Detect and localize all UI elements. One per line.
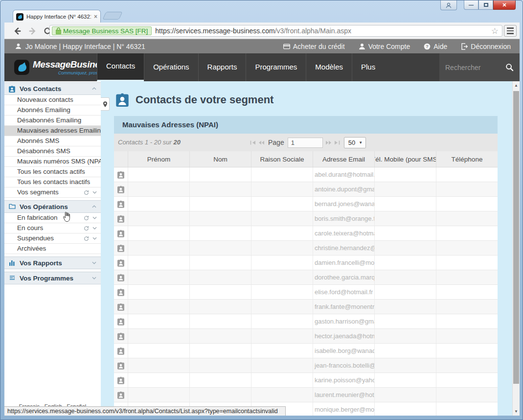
new-tab-button[interactable] [102, 12, 122, 20]
scroll-up-button[interactable]: ▲ [513, 81, 520, 90]
address-bar[interactable]: Message Business SAS [FR] https://servic… [49, 25, 502, 37]
nav-item-operations[interactable]: Opérations [144, 53, 198, 81]
sidebar-item-mauvais-numeros-sms[interactable]: Mauvais numéros SMS (NPAI) [4, 157, 101, 167]
sidebar-item-vos-segments[interactable]: Vos segments [4, 187, 101, 198]
table-row[interactable]: abel.durant@hotmail.c [114, 167, 498, 182]
contact-badge-icon [114, 358, 128, 373]
sidebar-item-archivees[interactable]: Archivées [4, 244, 101, 254]
nav-item-programmes[interactable]: Programmes [246, 53, 306, 81]
sidebar-item-abonnes-sms[interactable]: Abonnés SMS [4, 136, 101, 146]
cell-telephone [436, 373, 498, 387]
cell-prenom [128, 226, 189, 240]
nav-item-modeles[interactable]: Modèles [306, 53, 352, 81]
table-row[interactable]: hector.jaenada@hotma [114, 329, 498, 344]
next-page-icon[interactable] [325, 140, 332, 145]
sidebar-item-tous-contacts-actifs[interactable]: Tous les contacts actifs [4, 167, 101, 177]
chevron-down-icon[interactable] [92, 237, 97, 240]
cell-adresse-email: bernard.jones@wanad [313, 197, 374, 211]
cell-nom [189, 270, 251, 284]
table-row[interactable]: gaston.harrison@gmai [114, 314, 498, 329]
column-header[interactable]: Nom [189, 151, 251, 167]
table-row[interactable]: bernard.jones@wanad [114, 197, 498, 211]
table-row[interactable]: laurent.meunier@hotm [114, 388, 498, 402]
last-page-icon[interactable] [334, 140, 340, 145]
search-input[interactable] [445, 64, 505, 71]
sidebar-section-vos-rapports[interactable]: Vos Rapports [4, 257, 101, 269]
cell-nom [189, 241, 251, 255]
tab-close-icon[interactable]: × [94, 13, 97, 20]
vertical-scrollbar[interactable]: ▲ ▼ [512, 81, 520, 416]
table-row[interactable]: frank.fante@monentrep [114, 300, 498, 314]
sidebar-item-tous-contacts-inactifs[interactable]: Tous les contacts inactifs [4, 177, 101, 187]
column-header[interactable]: Prénom [128, 151, 189, 167]
cell-nom [189, 300, 251, 314]
first-page-icon[interactable] [250, 140, 256, 145]
column-header[interactable]: Raison Sociale [251, 151, 313, 167]
cell-raison-sociale [251, 182, 313, 196]
table-row[interactable]: antoine.dupont@gmail [114, 182, 498, 197]
table-row[interactable]: jean-francois.botelli@c [114, 358, 498, 373]
table-row[interactable]: isabelle.borg@wanado [114, 344, 498, 358]
window-close-button[interactable]: ✕ [493, 0, 516, 10]
sidebar-item-en-cours[interactable]: En cours [4, 223, 101, 233]
sidebar-section-vos-contacts[interactable]: Vos Contacts [4, 82, 101, 95]
ev-certificate-badge[interactable]: Message Business SAS [FR] [52, 26, 152, 35]
table-row[interactable]: damien.francelli@mon [114, 256, 498, 270]
browser-tab[interactable]: Happy Interface (N° 46321 × [13, 10, 101, 23]
contact-badge-icon [114, 329, 128, 343]
table-row[interactable]: elise.ford@hotmail.fr [114, 285, 498, 300]
scroll-down-button[interactable]: ▼ [513, 407, 520, 416]
nav-item-contacts[interactable]: Contacts [97, 53, 144, 81]
forward-button[interactable] [26, 25, 38, 37]
cell-prenom [128, 285, 189, 299]
brand-logo[interactable]: MessageBusiness Communiquez, prospérez. [4, 53, 97, 81]
nav-item-rapports[interactable]: Rapports [198, 53, 246, 81]
window-maximize-button[interactable] [478, 0, 493, 10]
sidebar-item-abonnes-emailing[interactable]: Abonnés Emailing [4, 105, 101, 116]
chevron-down-icon [92, 277, 96, 280]
scrollbar-thumb[interactable] [513, 91, 519, 384]
sidebar-item-mauvaises-adresses-emailing[interactable]: Mauvaises adresses Emailing [4, 126, 101, 136]
sidebar-item-desabonnes-sms[interactable]: Désabonnés SMS [4, 146, 101, 157]
page-size-select[interactable]: 50 ▼ [344, 137, 366, 148]
help-link[interactable]: ? Aide [424, 43, 447, 50]
column-header[interactable]: Téléphone [436, 151, 498, 167]
sidebar-section-vos-programmes[interactable]: Vos Programmes [4, 272, 101, 284]
browser-profile-button[interactable] [440, 0, 457, 10]
cell-adresse-email: laurent.meunier@hotm [313, 388, 374, 402]
previous-page-icon[interactable] [258, 140, 265, 145]
refresh-icon[interactable] [84, 215, 89, 221]
logout-link[interactable]: Déconnexion [461, 43, 511, 50]
table-row[interactable]: boris.smith@orange.fr [114, 211, 498, 226]
chevron-down-icon[interactable] [92, 216, 97, 219]
column-header[interactable]: Adresse Email [313, 151, 374, 167]
refresh-icon[interactable] [84, 190, 89, 195]
sidebar-item-nouveaux-contacts[interactable]: Nouveaux contacts [4, 95, 101, 105]
chevron-down-icon[interactable] [92, 191, 97, 194]
cell-nom [189, 182, 251, 196]
chevron-down-icon[interactable] [92, 227, 97, 230]
sidebar-item-en-fabrication[interactable]: En fabrication [4, 213, 101, 223]
table-row[interactable]: dorothee.garcia.marqu [114, 270, 498, 285]
bookmark-star-icon[interactable]: ☆ [490, 26, 500, 36]
folder-icon [9, 204, 16, 210]
your-account-link[interactable]: Votre Compte [359, 43, 410, 50]
table-row[interactable]: karine.poisson@yahoo [114, 373, 498, 388]
sidebar-section-vos-operations[interactable]: Vos Opérations [4, 200, 101, 213]
back-button[interactable] [11, 25, 23, 37]
nav-item-plus[interactable]: Plus [352, 53, 384, 81]
sidebar-item-desabonnes-emailing[interactable]: Désabonnés Emailing [4, 116, 101, 126]
column-header[interactable]: Tél. Mobile (pour SMS) [374, 151, 436, 167]
sidebar-item-suspendues[interactable]: Suspendues [4, 233, 101, 244]
help-icon: ? [424, 43, 431, 50]
buy-credit-link[interactable]: Acheter du crédit [283, 43, 345, 50]
table-row[interactable]: christine.hernandez@y [114, 241, 498, 256]
page-number-input[interactable] [288, 138, 323, 148]
window-minimize-button[interactable]: — [464, 0, 478, 10]
search-icon[interactable] [505, 63, 514, 71]
browser-menu-button[interactable] [504, 25, 517, 37]
user-icon [15, 43, 22, 49]
refresh-icon[interactable] [84, 236, 89, 241]
refresh-icon[interactable] [84, 226, 89, 231]
table-row[interactable]: carole.teixera@hotmai [114, 226, 498, 241]
